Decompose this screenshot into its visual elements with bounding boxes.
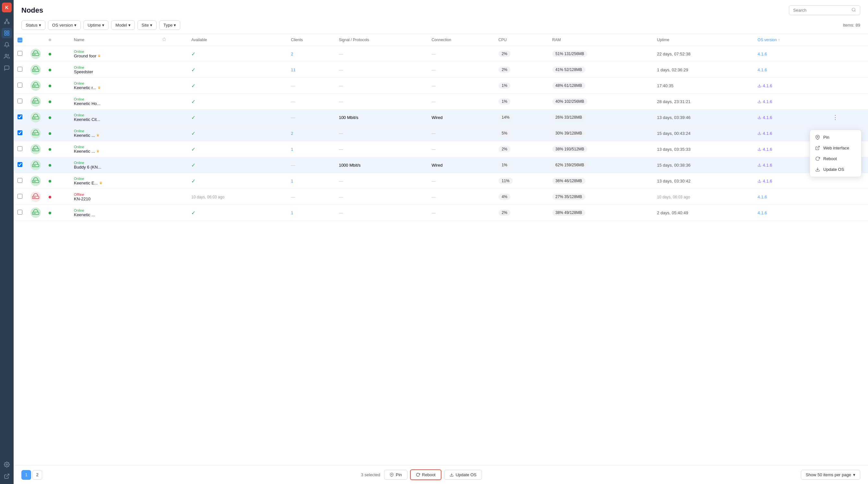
os-version-download[interactable]: 4.1.6 (757, 115, 823, 120)
os-version-link[interactable]: 4.1.6 (757, 210, 767, 215)
actions-header (827, 34, 868, 46)
type-filter[interactable]: Type ▾ (159, 21, 180, 30)
signal-cell: — (335, 94, 428, 110)
node-name: Keenetic ... ♛ (74, 133, 154, 138)
row-checkbox[interactable] (18, 162, 22, 167)
search-box[interactable] (789, 5, 860, 15)
context-menu-web-interface[interactable]: Web interface (810, 143, 861, 153)
page-1-btn[interactable]: 1 (21, 470, 31, 480)
reboot-button[interactable]: Reboot (410, 470, 441, 480)
os-version-download[interactable]: 4.1.6 (757, 179, 823, 183)
table-row: Online Speedster ✓ 11 — — 2% 41% 52/128M… (13, 62, 868, 78)
uptime-filter[interactable]: Uptime ▾ (83, 21, 108, 30)
status-filter[interactable]: Status ▾ (21, 21, 45, 30)
cpu-value: 1% (498, 98, 510, 105)
signal-cell: — (335, 62, 428, 78)
row-checkbox-cell[interactable] (13, 110, 27, 125)
clients-link[interactable]: 2 (291, 131, 293, 136)
ram-cell: 62% 159/256MB (549, 157, 653, 173)
os-version-cell: 4.1.6 (753, 205, 827, 221)
row-checkbox[interactable] (18, 210, 22, 215)
select-all-header[interactable]: — (13, 34, 27, 46)
pin-button[interactable]: Pin (384, 470, 407, 480)
row-checkbox-cell[interactable] (13, 94, 27, 110)
svg-rect-62 (32, 212, 39, 214)
os-version-header[interactable]: OS version ↑ (753, 34, 827, 46)
sidebar-item-users[interactable] (2, 51, 12, 62)
row-checkbox[interactable] (18, 51, 22, 56)
cpu-cell: 11% (495, 173, 549, 189)
ram-cell: 48% 61/128MB (549, 78, 653, 94)
per-page-selector[interactable]: Show 50 items per page ▾ (801, 470, 860, 480)
uptime-header: Uptime (653, 34, 753, 46)
signal-cell: — (335, 173, 428, 189)
node-status: Offline (74, 192, 154, 196)
os-version-link[interactable]: 4.1.6 (757, 52, 767, 56)
row-checkbox-cell[interactable] (13, 62, 27, 78)
row-checkbox-cell[interactable] (13, 46, 27, 62)
svg-point-2 (8, 22, 9, 24)
node-icon (30, 176, 41, 186)
row-checkbox-cell[interactable] (13, 141, 27, 157)
row-checkbox-cell[interactable] (13, 78, 27, 94)
svg-point-70 (391, 474, 392, 475)
page-2-btn[interactable]: 2 (32, 470, 42, 480)
row-checkbox-cell[interactable] (13, 189, 27, 205)
sidebar-item-settings[interactable] (2, 459, 12, 470)
sidebar-item-alerts[interactable] (2, 39, 12, 50)
pin-cell (158, 157, 187, 173)
row-more-menu-btn[interactable]: ⋮ (831, 113, 840, 122)
os-version-link[interactable]: 4.1.6 (757, 194, 767, 200)
sidebar-item-nodes[interactable] (2, 28, 12, 38)
sidebar-item-messages[interactable] (2, 63, 12, 73)
search-input[interactable] (793, 8, 849, 13)
available-icon: ✓ (191, 147, 195, 152)
context-menu-update-os[interactable]: Update OS (810, 164, 861, 175)
status-dot (49, 53, 51, 55)
row-checkbox[interactable] (18, 115, 22, 119)
row-checkbox-cell[interactable] (13, 205, 27, 221)
row-checkbox-cell[interactable] (13, 157, 27, 173)
row-checkbox-cell[interactable] (13, 173, 27, 189)
clients-value: — (291, 115, 295, 120)
indeterminate-checkbox[interactable]: — (18, 38, 22, 42)
os-version-download[interactable]: 4.1.6 (757, 99, 823, 104)
os-version-download[interactable]: 4.1.6 (757, 83, 823, 88)
os-version-filter[interactable]: OS version ▾ (48, 21, 81, 30)
update-os-button[interactable]: Update OS (444, 470, 482, 480)
cpu-value: 2% (498, 209, 510, 216)
available-cell: ✓ (187, 94, 287, 110)
cpu-value: 14% (498, 114, 513, 121)
model-filter[interactable]: Model ▾ (111, 21, 134, 30)
clients-link[interactable]: 11 (291, 67, 296, 72)
svg-line-13 (855, 11, 856, 12)
dot-cell (45, 205, 70, 221)
clients-link[interactable]: 1 (291, 147, 293, 152)
clients-link[interactable]: 1 (291, 210, 293, 215)
row-checkbox-cell[interactable] (13, 125, 27, 141)
sidebar-item-topology[interactable] (2, 16, 12, 27)
svg-rect-5 (4, 31, 6, 32)
row-checkbox[interactable] (18, 83, 22, 88)
clients-link[interactable]: 1 (291, 179, 293, 183)
nodes-table-container: — Name Available Clients Signal / Protoc… (13, 34, 868, 465)
table-row: Online Ground foor ♛ ✓ 2 — — 2% 51% 131/… (13, 46, 868, 62)
row-checkbox[interactable] (18, 178, 22, 183)
pin-header (158, 34, 187, 46)
icon-header (27, 34, 45, 46)
context-menu-reboot[interactable]: Reboot (810, 153, 861, 164)
cpu-cell: 2% (495, 62, 549, 78)
row-checkbox[interactable] (18, 67, 22, 72)
table-row: Online Keenetic Cit... ✓ — 100 Mbit/s Wi… (13, 110, 868, 125)
row-checkbox[interactable] (18, 98, 22, 103)
uptime-cell: 17:40:35 (653, 78, 753, 94)
ram-header: RAM (549, 34, 653, 46)
os-version-link[interactable]: 4.1.6 (757, 67, 767, 72)
row-checkbox[interactable] (18, 194, 22, 199)
context-menu-pin[interactable]: Pin (810, 132, 861, 143)
row-checkbox[interactable] (18, 130, 22, 135)
sidebar-item-export[interactable] (2, 471, 12, 481)
row-checkbox[interactable] (18, 146, 22, 151)
site-filter[interactable]: Site ▾ (137, 21, 157, 30)
clients-link[interactable]: 2 (291, 52, 293, 56)
